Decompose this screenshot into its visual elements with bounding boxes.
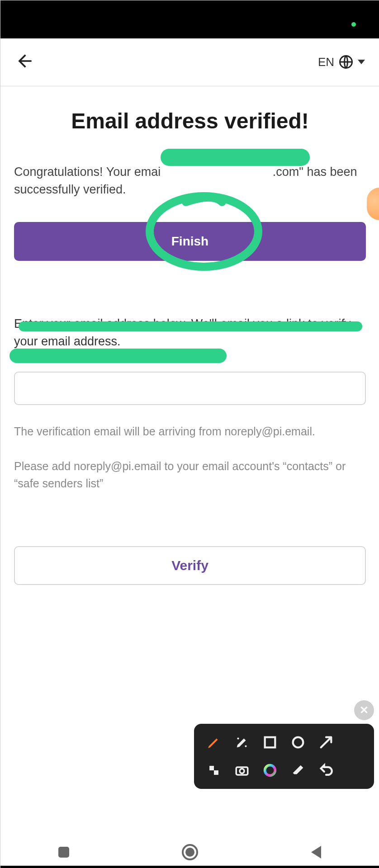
tool-colorwheel[interactable] [259,760,281,781]
marker-icon [234,735,250,750]
annotation-circle-finish [141,189,267,274]
nav-back[interactable] [303,844,330,860]
tool-arrow[interactable] [315,732,337,753]
svg-point-5 [293,737,303,748]
square-icon [262,735,278,750]
annotation-toolbar [194,724,374,789]
tool-eraser[interactable] [287,760,309,781]
svg-point-1 [150,196,258,267]
eraser-icon [290,763,306,778]
nav-recents[interactable] [50,844,77,860]
globe-icon [338,54,354,70]
chevron-down-icon [358,60,365,64]
congrats-pre: Congratulations! Your emai [14,165,161,179]
main-content: Email address verified! Congratulations!… [0,108,379,585]
triangle-left-icon [311,846,321,859]
tool-undo[interactable] [315,760,337,781]
bottom-edge [0,866,379,868]
svg-rect-7 [214,770,218,775]
nav-home[interactable] [176,844,204,860]
svg-rect-4 [265,737,275,748]
annotation-close-button[interactable]: ✕ [354,700,374,720]
tool-crop[interactable] [203,760,225,781]
camera-icon [234,763,250,778]
circle-icon [182,844,198,860]
square-icon [58,847,69,858]
language-label: EN [318,55,334,69]
noreply-note-1: The verification email will be arriving … [14,423,366,440]
android-nav-bar [0,836,379,868]
page-title: Email address verified! [14,108,366,133]
crop-icon [206,763,222,778]
enter-email-instruction: Enter your email address below. We'll em… [14,315,366,350]
close-icon: ✕ [360,704,369,717]
language-selector[interactable]: EN [318,54,365,70]
arrow-left-icon [15,51,35,71]
tool-circle[interactable] [287,732,309,753]
back-button[interactable] [15,51,35,73]
app-top-bar: EN [0,38,379,87]
undo-icon [318,763,334,778]
status-bar [0,0,379,38]
svg-point-2 [237,737,239,739]
tool-camera[interactable] [231,760,253,781]
svg-rect-6 [209,766,214,770]
svg-point-10 [265,765,275,776]
colorwheel-icon [262,763,278,778]
status-indicator-dot [351,22,356,27]
verify-button[interactable]: Verify [14,546,366,585]
annotation-scribble-input [9,349,227,363]
svg-point-3 [245,745,246,747]
noreply-note-2: Please add noreply@pi.email to your emai… [14,458,366,492]
svg-point-9 [240,769,244,773]
tool-marker[interactable] [231,732,253,753]
annotation-scribble-underline [19,321,362,331]
email-input[interactable] [14,372,366,405]
tool-pen[interactable] [203,732,225,753]
phone-frame: EN Email address verified! Congratulatio… [0,0,379,868]
congrats-redacted [161,165,273,179]
pen-icon [206,735,222,750]
tool-rectangle[interactable] [259,732,281,753]
arrow-icon [318,735,334,750]
annotation-scribble-email [161,149,310,166]
circle-icon [290,735,306,750]
